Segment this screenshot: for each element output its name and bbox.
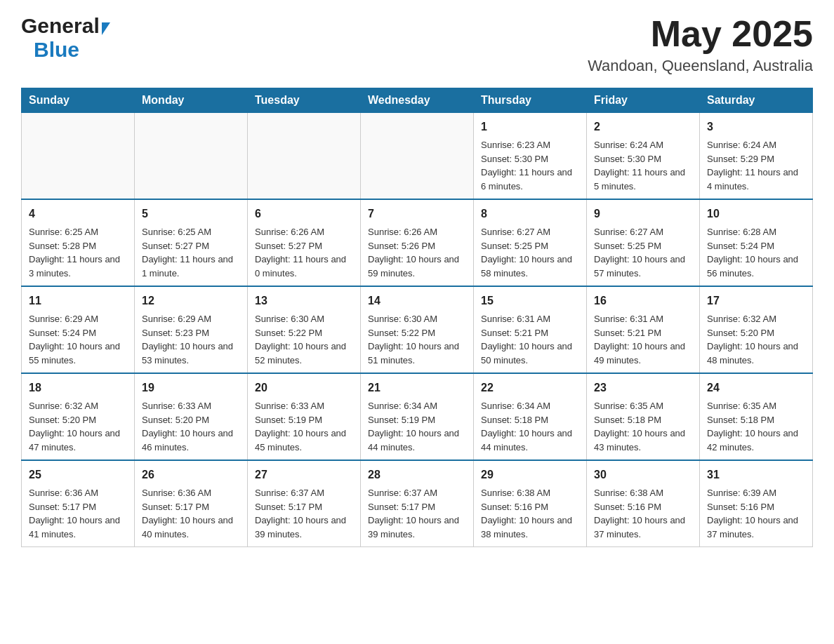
day-info: Daylight: 10 hours and 56 minutes.: [707, 253, 805, 280]
day-info: Sunrise: 6:37 AM: [368, 486, 466, 500]
logo-general: General: [21, 14, 100, 38]
calendar-cell: [361, 113, 474, 200]
day-info: Daylight: 10 hours and 55 minutes.: [29, 340, 127, 367]
calendar-week-row: 1Sunrise: 6:23 AMSunset: 5:30 PMDaylight…: [22, 113, 813, 200]
day-info: Sunrise: 6:25 AM: [29, 225, 127, 239]
day-info: Sunrise: 6:34 AM: [368, 399, 466, 413]
calendar-cell: 15Sunrise: 6:31 AMSunset: 5:21 PMDayligh…: [474, 286, 587, 373]
day-info: Sunset: 5:17 PM: [29, 500, 127, 514]
day-info: Sunrise: 6:25 AM: [142, 225, 240, 239]
day-info: Sunrise: 6:24 AM: [594, 138, 692, 152]
day-number: 10: [707, 206, 805, 222]
day-info: Daylight: 11 hours and 4 minutes.: [707, 166, 805, 193]
day-info: Sunset: 5:27 PM: [142, 239, 240, 253]
calendar-week-row: 11Sunrise: 6:29 AMSunset: 5:24 PMDayligh…: [22, 286, 813, 373]
day-info: Daylight: 10 hours and 39 minutes.: [255, 514, 353, 541]
day-info: Daylight: 10 hours and 48 minutes.: [707, 340, 805, 367]
logo-blue: Blue: [34, 38, 79, 61]
day-info: Sunset: 5:20 PM: [142, 413, 240, 427]
day-info: Sunset: 5:22 PM: [255, 326, 353, 340]
day-number: 19: [142, 380, 240, 396]
day-info: Daylight: 10 hours and 42 minutes.: [707, 427, 805, 454]
day-info: Sunrise: 6:27 AM: [481, 225, 579, 239]
day-info: Daylight: 10 hours and 49 minutes.: [594, 340, 692, 367]
day-number: 27: [255, 467, 353, 483]
calendar-cell: 23Sunrise: 6:35 AMSunset: 5:18 PMDayligh…: [587, 373, 700, 460]
day-info: Sunrise: 6:36 AM: [142, 486, 240, 500]
day-info: Sunset: 5:27 PM: [255, 239, 353, 253]
day-info: Daylight: 10 hours and 59 minutes.: [368, 253, 466, 280]
day-number: 13: [255, 293, 353, 309]
day-info: Sunset: 5:28 PM: [29, 239, 127, 253]
day-info: Sunset: 5:26 PM: [368, 239, 466, 253]
calendar-cell: [135, 113, 248, 200]
title-block: May 2025 Wandoan, Queensland, Australia: [588, 14, 813, 75]
calendar-cell: 24Sunrise: 6:35 AMSunset: 5:18 PMDayligh…: [700, 373, 813, 460]
day-info: Sunrise: 6:35 AM: [707, 399, 805, 413]
day-info: Sunrise: 6:34 AM: [481, 399, 579, 413]
day-info: Sunset: 5:30 PM: [594, 152, 692, 166]
calendar-header-row: SundayMondayTuesdayWednesdayThursdayFrid…: [22, 88, 813, 113]
day-info: Sunset: 5:17 PM: [255, 500, 353, 514]
day-info: Sunset: 5:16 PM: [594, 500, 692, 514]
day-info: Sunrise: 6:32 AM: [29, 399, 127, 413]
calendar-cell: 1Sunrise: 6:23 AMSunset: 5:30 PMDaylight…: [474, 113, 587, 200]
calendar-cell: 14Sunrise: 6:30 AMSunset: 5:22 PMDayligh…: [361, 286, 474, 373]
calendar-header-tuesday: Tuesday: [248, 88, 361, 113]
calendar-header-monday: Monday: [135, 88, 248, 113]
day-info: Sunrise: 6:37 AM: [255, 486, 353, 500]
calendar-cell: [248, 113, 361, 200]
calendar-week-row: 18Sunrise: 6:32 AMSunset: 5:20 PMDayligh…: [22, 373, 813, 460]
day-info: Daylight: 11 hours and 6 minutes.: [481, 166, 579, 193]
day-number: 23: [594, 380, 692, 396]
day-info: Daylight: 10 hours and 53 minutes.: [142, 340, 240, 367]
calendar-cell: 5Sunrise: 6:25 AMSunset: 5:27 PMDaylight…: [135, 199, 248, 286]
day-number: 25: [29, 467, 127, 483]
day-info: Sunset: 5:29 PM: [707, 152, 805, 166]
day-info: Sunrise: 6:39 AM: [707, 486, 805, 500]
day-number: 14: [368, 293, 466, 309]
day-info: Sunrise: 6:24 AM: [707, 138, 805, 152]
calendar-cell: 29Sunrise: 6:38 AMSunset: 5:16 PMDayligh…: [474, 460, 587, 547]
day-info: Sunset: 5:30 PM: [481, 152, 579, 166]
day-info: Daylight: 10 hours and 57 minutes.: [594, 253, 692, 280]
calendar-header-friday: Friday: [587, 88, 700, 113]
calendar-cell: 6Sunrise: 6:26 AMSunset: 5:27 PMDaylight…: [248, 199, 361, 286]
day-info: Sunrise: 6:31 AM: [594, 312, 692, 326]
calendar-cell: 30Sunrise: 6:38 AMSunset: 5:16 PMDayligh…: [587, 460, 700, 547]
calendar-cell: 19Sunrise: 6:33 AMSunset: 5:20 PMDayligh…: [135, 373, 248, 460]
calendar-week-row: 4Sunrise: 6:25 AMSunset: 5:28 PMDaylight…: [22, 199, 813, 286]
calendar-cell: 26Sunrise: 6:36 AMSunset: 5:17 PMDayligh…: [135, 460, 248, 547]
location-subtitle: Wandoan, Queensland, Australia: [588, 57, 813, 75]
day-info: Sunrise: 6:38 AM: [481, 486, 579, 500]
day-info: Sunrise: 6:27 AM: [594, 225, 692, 239]
day-number: 21: [368, 380, 466, 396]
day-info: Sunset: 5:19 PM: [255, 413, 353, 427]
day-info: Daylight: 11 hours and 0 minutes.: [255, 253, 353, 280]
day-number: 28: [368, 467, 466, 483]
day-info: Sunrise: 6:31 AM: [481, 312, 579, 326]
day-info: Sunrise: 6:29 AM: [142, 312, 240, 326]
day-info: Sunset: 5:24 PM: [707, 239, 805, 253]
day-info: Sunrise: 6:30 AM: [368, 312, 466, 326]
day-info: Sunset: 5:18 PM: [594, 413, 692, 427]
day-number: 15: [481, 293, 579, 309]
day-info: Sunset: 5:21 PM: [594, 326, 692, 340]
day-info: Sunrise: 6:26 AM: [368, 225, 466, 239]
day-info: Sunrise: 6:33 AM: [142, 399, 240, 413]
day-number: 8: [481, 206, 579, 222]
day-info: Sunset: 5:20 PM: [707, 326, 805, 340]
day-number: 2: [594, 119, 692, 135]
day-info: Daylight: 10 hours and 47 minutes.: [29, 427, 127, 454]
day-info: Sunset: 5:16 PM: [481, 500, 579, 514]
day-number: 7: [368, 206, 466, 222]
day-info: Daylight: 10 hours and 37 minutes.: [707, 514, 805, 541]
calendar-cell: 13Sunrise: 6:30 AMSunset: 5:22 PMDayligh…: [248, 286, 361, 373]
calendar-cell: [22, 113, 135, 200]
calendar-cell: 4Sunrise: 6:25 AMSunset: 5:28 PMDaylight…: [22, 199, 135, 286]
day-info: Daylight: 10 hours and 44 minutes.: [481, 427, 579, 454]
day-info: Sunrise: 6:23 AM: [481, 138, 579, 152]
calendar-cell: 22Sunrise: 6:34 AMSunset: 5:18 PMDayligh…: [474, 373, 587, 460]
day-number: 20: [255, 380, 353, 396]
day-info: Sunrise: 6:28 AM: [707, 225, 805, 239]
